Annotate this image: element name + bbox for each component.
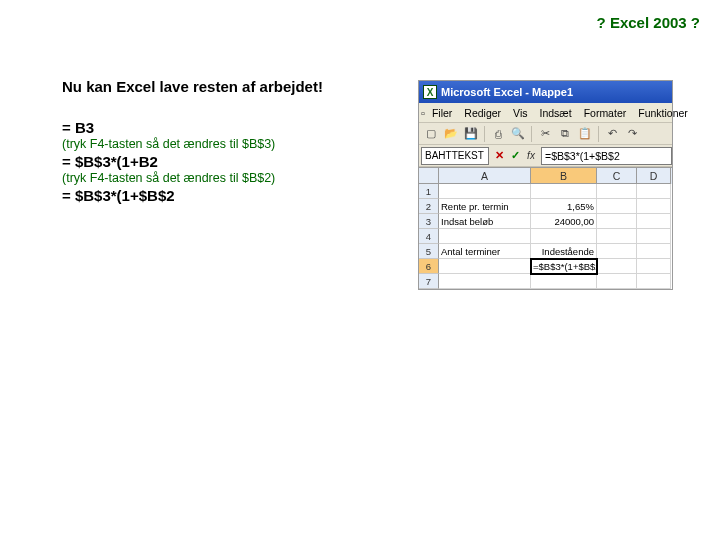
spreadsheet-grid: A B C D 1 2 Rente pr. termin 1,65% 3 Ind… [419,167,672,289]
cell[interactable]: Antal terminer [439,244,531,259]
fx-icon[interactable]: fx [523,148,539,164]
excel-titlebar[interactable]: X Microsoft Excel - Mappe1 [419,81,672,103]
copy-icon[interactable]: ⧉ [556,125,574,143]
cell[interactable] [637,244,671,259]
preview-icon[interactable]: 🔍 [509,125,527,143]
row-header[interactable]: 3 [419,214,439,229]
cell[interactable] [531,274,597,289]
row-header[interactable]: 4 [419,229,439,244]
formula-input[interactable]: =$B$3*(1+$B$2 [541,147,672,165]
formula-step-1: = B3 [62,119,392,136]
excel-window: X Microsoft Excel - Mappe1 ▫ Filer Redig… [418,80,673,290]
cell[interactable] [637,199,671,214]
cell[interactable] [637,184,671,199]
cell[interactable]: Rente pr. termin [439,199,531,214]
cell[interactable] [531,184,597,199]
formula-step-3: = $B$3*(1+$B$2 [62,187,392,204]
instruction-panel: Nu kan Excel lave resten af arbejdet! = … [62,78,392,204]
formula-buttons: ✕ ✓ fx [491,148,539,164]
excel-menubar: ▫ Filer Rediger Vis Indsæt Formater Funk… [419,103,672,123]
col-header-C[interactable]: C [597,168,637,184]
cell[interactable] [637,259,671,274]
row-header[interactable]: 2 [419,199,439,214]
menu-filer[interactable]: Filer [427,106,457,120]
cancel-icon[interactable]: ✕ [491,148,507,164]
cell[interactable] [637,214,671,229]
intro-text: Nu kan Excel lave resten af arbejdet! [62,78,392,97]
cell[interactable] [439,229,531,244]
cell[interactable] [597,184,637,199]
new-doc-icon[interactable]: ▢ [422,125,440,143]
grid-row: 2 Rente pr. termin 1,65% [419,199,672,214]
cell[interactable] [439,184,531,199]
toolbar-separator [598,126,599,142]
row-header[interactable]: 1 [419,184,439,199]
select-all-corner[interactable] [419,168,439,184]
menu-rediger[interactable]: Rediger [459,106,506,120]
cell[interactable]: 24000,00 [531,214,597,229]
cell[interactable] [439,259,531,274]
cell[interactable] [597,274,637,289]
active-cell[interactable]: =$B$3*(1+$B$2 [531,259,597,274]
page-header: ? Excel 2003 ? [597,14,700,31]
grid-row: 6 =$B$3*(1+$B$2 [419,259,672,274]
col-header-B[interactable]: B [531,168,597,184]
enter-icon[interactable]: ✓ [507,148,523,164]
grid-row: 1 [419,184,672,199]
formula-bar: BAHTTEKST ✕ ✓ fx =$B$3*(1+$B$2 [419,145,672,167]
cell[interactable] [531,229,597,244]
cell[interactable] [637,274,671,289]
open-icon[interactable]: 📂 [442,125,460,143]
cell[interactable]: Indsat beløb [439,214,531,229]
menu-indsaet[interactable]: Indsæt [535,106,577,120]
cell[interactable] [597,259,637,274]
cell[interactable] [637,229,671,244]
paste-icon[interactable]: 📋 [576,125,594,143]
excel-title-text: Microsoft Excel - Mappe1 [441,86,573,98]
cell[interactable] [597,229,637,244]
grid-row: 5 Antal terminer Indestående [419,244,672,259]
hint-2: (tryk F4-tasten så det ændres til $B$2) [62,171,392,185]
cell[interactable] [597,214,637,229]
col-header-D[interactable]: D [637,168,671,184]
grid-row: 3 Indsat beløb 24000,00 [419,214,672,229]
save-icon[interactable]: 💾 [462,125,480,143]
menu-vis[interactable]: Vis [508,106,532,120]
toolbar-separator [531,126,532,142]
hint-1: (tryk F4-tasten så det ændres til $B$3) [62,137,392,151]
formula-step-2: = $B$3*(1+B2 [62,153,392,170]
toolbar-separator [484,126,485,142]
excel-toolbar: ▢ 📂 💾 ⎙ 🔍 ✂ ⧉ 📋 ↶ ↷ [419,123,672,145]
menu-funktioner[interactable]: Funktioner [633,106,693,120]
grid-row: 7 [419,274,672,289]
row-header[interactable]: 7 [419,274,439,289]
cut-icon[interactable]: ✂ [536,125,554,143]
row-header[interactable]: 5 [419,244,439,259]
cell[interactable] [597,244,637,259]
grid-row: 4 [419,229,672,244]
excel-app-icon: X [423,85,437,99]
cell[interactable] [597,199,637,214]
print-icon[interactable]: ⎙ [489,125,507,143]
row-header[interactable]: 6 [419,259,439,274]
cell[interactable] [439,274,531,289]
col-header-A[interactable]: A [439,168,531,184]
cell[interactable]: 1,65% [531,199,597,214]
excel-doc-icon: ▫ [421,104,425,122]
name-box[interactable]: BAHTTEKST [421,147,489,165]
undo-icon[interactable]: ↶ [603,125,621,143]
cell[interactable]: Indestående [531,244,597,259]
redo-icon[interactable]: ↷ [623,125,641,143]
column-headers: A B C D [419,168,672,184]
menu-formater[interactable]: Formater [579,106,632,120]
